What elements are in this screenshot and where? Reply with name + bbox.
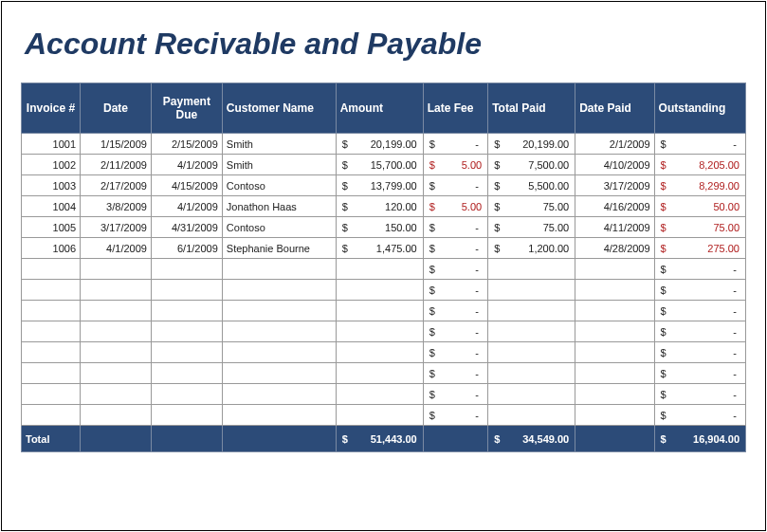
cell: 4/10/2009	[575, 155, 654, 175]
cell	[336, 321, 423, 342]
cell	[81, 301, 152, 321]
th-payment-due: Payment Due	[151, 83, 222, 134]
cell: Smith	[222, 155, 336, 175]
total-amount: $51,443.00	[336, 426, 423, 452]
table-row-empty: $-$-	[22, 301, 746, 321]
cell	[488, 259, 575, 280]
cell	[575, 280, 654, 301]
cell	[151, 280, 222, 301]
cell	[336, 363, 423, 384]
money-cell: $-	[423, 238, 487, 259]
cell: 1005	[22, 217, 81, 238]
cell	[336, 405, 423, 426]
cell: Contoso	[222, 217, 336, 238]
th-customer: Customer Name	[222, 83, 336, 134]
cell	[151, 363, 222, 384]
money-cell: $-	[654, 259, 745, 280]
cell	[22, 342, 81, 363]
table-row-empty: $-$-	[22, 363, 746, 384]
money-cell: $-	[654, 321, 745, 342]
cell: 2/17/2009	[81, 175, 152, 196]
table-row-empty: $-$-	[22, 321, 746, 342]
th-total-paid: Total Paid	[488, 83, 575, 134]
table-row-empty: $-$-	[22, 280, 746, 301]
money-cell: $-	[423, 363, 487, 384]
money-cell: $-	[654, 342, 745, 363]
money-cell: $7,500.00	[488, 155, 575, 175]
cell	[336, 342, 423, 363]
money-cell: $-	[654, 301, 745, 321]
money-cell: $-	[654, 384, 745, 405]
cell	[81, 321, 152, 342]
cell: 1/15/2009	[81, 134, 152, 155]
money-cell: $120.00	[336, 196, 423, 217]
table-row: 10011/15/20092/15/2009Smith$20,199.00$-$…	[22, 134, 746, 155]
money-cell: $20,199.00	[488, 134, 575, 155]
table-body: 10011/15/20092/15/2009Smith$20,199.00$-$…	[22, 134, 746, 426]
cell: 4/1/2009	[151, 196, 222, 217]
table-header: Invoice # Date Payment Due Customer Name…	[22, 83, 746, 134]
total-label: Total	[22, 426, 81, 452]
cell	[222, 342, 336, 363]
cell	[488, 363, 575, 384]
money-cell: $-	[654, 134, 745, 155]
cell	[151, 384, 222, 405]
money-cell: $-	[654, 280, 745, 301]
cell: 1001	[22, 134, 81, 155]
cell	[22, 405, 81, 426]
cell: 4/1/2009	[81, 238, 152, 259]
table-row-empty: $-$-	[22, 342, 746, 363]
money-cell: $75.00	[488, 217, 575, 238]
cell	[488, 405, 575, 426]
cell	[81, 280, 152, 301]
cell	[488, 301, 575, 321]
cell	[22, 301, 81, 321]
cell	[222, 259, 336, 280]
money-cell: $20,199.00	[336, 134, 423, 155]
money-cell: $-	[423, 384, 487, 405]
cell	[336, 384, 423, 405]
cell	[488, 321, 575, 342]
th-amount: Amount	[336, 83, 423, 134]
money-cell: $-	[423, 134, 487, 155]
money-cell: $-	[423, 405, 487, 426]
th-outstanding: Outstanding	[654, 83, 745, 134]
money-cell: $-	[423, 280, 487, 301]
cell: 4/31/2009	[151, 217, 222, 238]
table-row-empty: $-$-	[22, 259, 746, 280]
table-row-empty: $-$-	[22, 384, 746, 405]
cell: 4/16/2009	[575, 196, 654, 217]
table-row: 10053/17/20094/31/2009Contoso$150.00$-$7…	[22, 217, 746, 238]
cell	[222, 363, 336, 384]
cell	[81, 384, 152, 405]
cell	[222, 280, 336, 301]
cell: 6/1/2009	[151, 238, 222, 259]
cell: 4/11/2009	[575, 217, 654, 238]
cell	[336, 301, 423, 321]
cell	[488, 384, 575, 405]
money-cell: $-	[423, 301, 487, 321]
money-cell: $-	[423, 342, 487, 363]
cell	[22, 384, 81, 405]
cell	[488, 280, 575, 301]
cell	[575, 301, 654, 321]
cell: 4/28/2009	[575, 238, 654, 259]
money-cell: $8,299.00	[654, 175, 745, 196]
cell	[22, 280, 81, 301]
cell	[151, 342, 222, 363]
cell	[575, 342, 654, 363]
money-cell: $-	[423, 217, 487, 238]
cell	[336, 280, 423, 301]
th-late-fee: Late Fee	[423, 83, 487, 134]
cell	[575, 363, 654, 384]
cell	[575, 321, 654, 342]
th-date-paid: Date Paid	[575, 83, 654, 134]
cell	[575, 259, 654, 280]
cell: 2/15/2009	[151, 134, 222, 155]
money-cell: $8,205.00	[654, 155, 745, 175]
money-cell: $275.00	[654, 238, 745, 259]
cell: 1002	[22, 155, 81, 175]
money-cell: $150.00	[336, 217, 423, 238]
cell	[488, 342, 575, 363]
cell	[81, 259, 152, 280]
